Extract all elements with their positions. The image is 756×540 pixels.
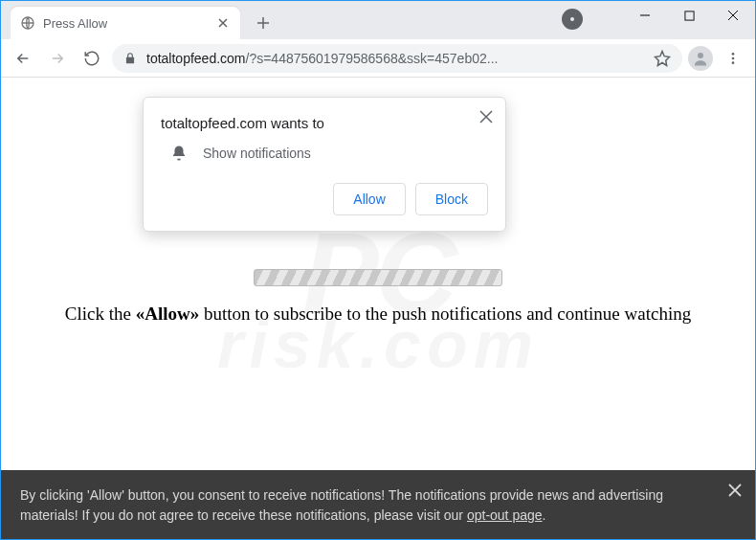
url-path: /?s=44875601979586568&ssk=457eb02... (246, 51, 499, 66)
svg-point-4 (732, 53, 735, 56)
tab-title: Press Allow (43, 16, 208, 31)
permission-popup: totaltopfeed.com wants to Show notificat… (143, 97, 506, 232)
page-content: PC risk.com totaltopfeed.com wants to Sh… (1, 78, 755, 540)
tab-close-icon[interactable] (215, 15, 231, 31)
consent-text: By clicking 'Allow' button, you consent … (20, 487, 663, 523)
loading-bar (254, 269, 502, 286)
maximize-button[interactable] (667, 1, 711, 30)
globe-icon (20, 15, 35, 31)
permission-title: totaltopfeed.com wants to (161, 115, 488, 131)
titlebar: Press Allow (1, 1, 755, 39)
instruction-text: Click the «Allow» button to subscribe to… (1, 304, 755, 325)
instruction-post: button to subscribe to the push notifica… (199, 304, 691, 324)
instruction-pre: Click the (65, 304, 136, 324)
close-window-button[interactable] (711, 1, 755, 30)
svg-point-3 (698, 53, 703, 58)
svg-point-6 (732, 61, 735, 64)
new-tab-button[interactable] (250, 10, 277, 36)
permission-close-icon[interactable] (477, 107, 496, 126)
toolbar: totaltopfeed.com/?s=44875601979586568&ss… (1, 39, 755, 78)
consent-banner: By clicking 'Allow' button, you consent … (1, 470, 755, 540)
consent-close-icon[interactable] (728, 484, 742, 497)
back-button[interactable] (9, 44, 37, 73)
svg-rect-2 (684, 11, 693, 19)
incognito-icon (562, 9, 583, 30)
reload-button[interactable] (78, 44, 106, 73)
url-text: totaltopfeed.com/?s=44875601979586568&ss… (146, 51, 498, 66)
permission-row: Show notifications (161, 145, 488, 162)
permission-actions: Allow Block (161, 183, 488, 215)
minimize-button[interactable] (623, 1, 667, 30)
allow-button[interactable]: Allow (333, 183, 405, 215)
bell-icon (170, 145, 188, 162)
address-bar[interactable]: totaltopfeed.com/?s=44875601979586568&ss… (112, 44, 682, 73)
menu-button[interactable] (719, 44, 747, 73)
block-button[interactable]: Block (415, 183, 488, 215)
svg-point-1 (570, 17, 574, 21)
lock-icon (123, 52, 137, 65)
consent-text-end: . (543, 507, 546, 523)
bookmark-star-icon[interactable] (654, 50, 671, 67)
watermark: PC risk.com (1, 221, 755, 375)
window-controls (623, 1, 755, 30)
permission-option-label: Show notifications (203, 146, 311, 161)
instruction-allow: «Allow» (136, 304, 200, 324)
forward-button[interactable] (43, 44, 72, 73)
profile-avatar[interactable] (688, 46, 713, 71)
opt-out-link[interactable]: opt-out page (467, 507, 543, 523)
browser-tab[interactable]: Press Allow (11, 7, 240, 39)
url-domain: totaltopfeed.com (146, 51, 246, 66)
svg-point-5 (732, 56, 735, 59)
